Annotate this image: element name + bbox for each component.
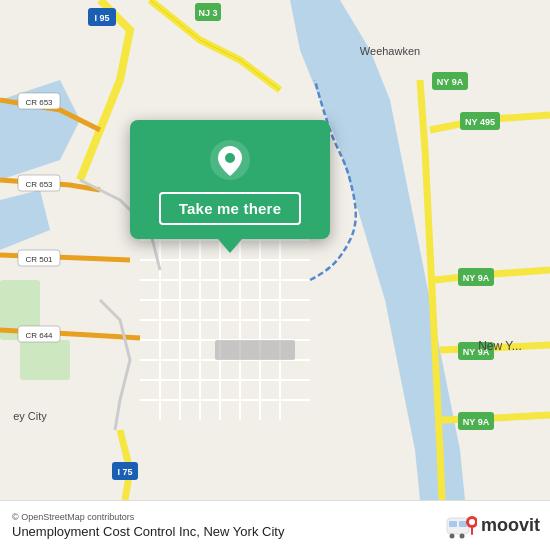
map-container: I 95 NJ 3 NY 9A NY 495 NY 9A NY 9A NY 9A… (0, 0, 550, 500)
svg-text:NY 9A: NY 9A (463, 273, 490, 283)
svg-text:New Y...: New Y... (478, 339, 522, 353)
svg-text:CR 644: CR 644 (25, 331, 53, 340)
svg-rect-52 (459, 521, 467, 527)
moovit-icon (445, 510, 477, 542)
svg-text:I 75: I 75 (117, 467, 132, 477)
bottom-left-info: © OpenStreetMap contributors Unemploymen… (12, 512, 284, 539)
svg-rect-51 (449, 521, 457, 527)
osm-credit: © OpenStreetMap contributors (12, 512, 284, 522)
map-background: I 95 NJ 3 NY 9A NY 495 NY 9A NY 9A NY 9A… (0, 0, 550, 500)
location-name: Unemployment Cost Control Inc, New York … (12, 524, 284, 539)
svg-text:NJ 3: NJ 3 (198, 8, 217, 18)
popup-card: Take me there (130, 120, 330, 239)
svg-text:Weehawken: Weehawken (360, 45, 420, 57)
svg-point-54 (459, 533, 464, 538)
moovit-logo: moovit (445, 510, 540, 542)
svg-text:CR 653: CR 653 (25, 98, 53, 107)
svg-rect-2 (20, 340, 70, 380)
svg-text:CR 501: CR 501 (25, 255, 53, 264)
svg-point-49 (225, 153, 235, 163)
svg-text:CR 653: CR 653 (25, 180, 53, 189)
take-me-there-button[interactable]: Take me there (159, 192, 301, 225)
location-pin-icon (208, 138, 252, 182)
svg-point-53 (449, 533, 454, 538)
bottom-bar: © OpenStreetMap contributors Unemploymen… (0, 500, 550, 550)
svg-rect-47 (215, 340, 295, 360)
svg-text:I 95: I 95 (94, 13, 109, 23)
svg-text:NY 495: NY 495 (465, 117, 495, 127)
moovit-text: moovit (481, 515, 540, 536)
svg-text:NY 9A: NY 9A (437, 77, 464, 87)
svg-point-56 (469, 519, 475, 525)
svg-text:ey City: ey City (13, 410, 47, 422)
svg-text:NY 9A: NY 9A (463, 417, 490, 427)
